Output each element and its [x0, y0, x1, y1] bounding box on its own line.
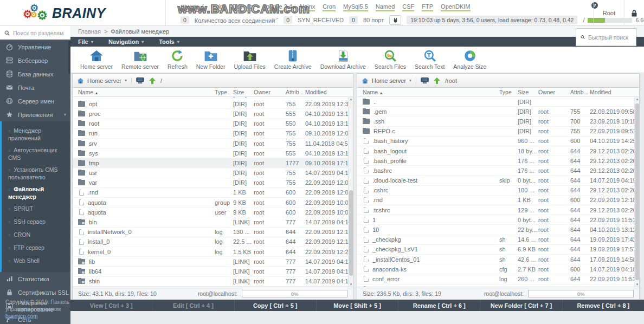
sidebar-item-statistics[interactable]: Статистика — [0, 272, 70, 286]
go-up-icon[interactable] — [149, 77, 156, 84]
sidebar-item-management[interactable]: Управление — [0, 40, 70, 54]
submenu-item[interactable]: Автоустановщик CMS — [2, 144, 70, 164]
table-row[interactable]: proc [DIR] root 555 04.10.2019 13:14... — [73, 109, 348, 119]
table-row[interactable]: _checkpkg sh 14.6 ... root 644 19.09.201… — [357, 235, 634, 245]
table-row[interactable]: var [DIR] root 755 22.09.2019 12:07... — [73, 178, 348, 188]
table-row[interactable]: .rnd 1 KB root 600 22.09.2019 12:03... — [73, 188, 348, 198]
table-row[interactable]: .bash_logout 18 by... root 644 29.12.201… — [357, 146, 634, 156]
table-row[interactable]: .. [DIR] — [357, 97, 634, 107]
submenu-item[interactable]: Установить CMS пользователю — [2, 164, 70, 183]
action-button[interactable]: Move [ Shift + 5 ] — [316, 300, 398, 311]
table-row[interactable]: _checkpkg_LsV1 sh 6.9 KB root 644 19.09.… — [357, 245, 634, 255]
table-row[interactable]: .ssh [DIR] root 700 23.09.2019 10:15... — [357, 116, 634, 126]
lock-icon[interactable] — [624, 0, 644, 26]
create-archive-button[interactable]: Create Archive — [271, 48, 315, 71]
table-row[interactable]: .bashrc 176 ... root 644 29.12.2013 02:2… — [357, 166, 634, 176]
table-row[interactable]: srv [DIR] root 755 11.04.2018 04:59... — [73, 139, 348, 148]
submenu-item[interactable]: SPRUT — [2, 203, 70, 216]
left-scrollbar[interactable]: ▲ ▼ — [348, 97, 353, 287]
sidebar-item-nameserver[interactable]: Сервер имен — [0, 94, 70, 108]
submenu-item[interactable]: Менеджер приложений — [2, 125, 70, 144]
search-files-button[interactable]: Search Files — [371, 48, 409, 71]
left-server-dropdown[interactable]: Home server ▾ — [77, 77, 132, 84]
table-row[interactable]: aquota user 9 KB root 600 22.09.2019 10:… — [73, 208, 348, 217]
table-row[interactable]: lib [LINK] root 777 14.07.2019 04:14... — [73, 257, 348, 267]
sidebar-item-mail[interactable]: Почта — [0, 81, 70, 94]
table-row[interactable]: root [DIR] root 550 04.10.2019 13:11... — [73, 119, 348, 129]
analyze-size-button[interactable]: Analyze Size — [450, 48, 490, 71]
service-link[interactable]: MySql5.5 — [343, 3, 368, 11]
table-row[interactable]: lib64 [LINK] root 777 14.07.2019 04:14..… — [73, 267, 348, 276]
breadcrumb-home[interactable]: Главная — [78, 28, 101, 35]
table-row[interactable]: .bash_profile 176 ... root 644 29.12.201… — [357, 156, 634, 166]
sidebar-item-ssl[interactable]: Сертификаты SSL — [0, 286, 70, 299]
brainycp-link[interactable]: brainycp.com — [5, 313, 37, 319]
table-row[interactable]: .bash_history 960 ... root 600 04.10.201… — [357, 137, 634, 146]
table-row[interactable]: aquota group 9 KB root 600 22.09.2019 10… — [73, 198, 348, 208]
table-row[interactable]: conf_error log 260 ... root 644 22.09.20… — [357, 274, 634, 284]
refresh-button[interactable]: Refresh — [164, 48, 191, 71]
submenu-item[interactable]: FTP сервер — [2, 242, 70, 255]
table-row[interactable]: .cloud-locale-test skip 0 byt... root 64… — [357, 176, 634, 186]
right-server-dropdown[interactable]: Home server ▾ — [362, 77, 416, 84]
left-current-path[interactable]: / — [160, 77, 162, 84]
submenu-item[interactable]: CRON — [2, 229, 70, 242]
service-link[interactable]: Named — [376, 3, 395, 11]
table-row[interactable]: _installCentos_01 sh 42.6 ... root 644 1… — [357, 255, 634, 264]
table-row[interactable]: run [DIR] root 755 09.10.2019 12:01... — [73, 129, 348, 139]
sidebar-item-database[interactable]: База данных — [0, 67, 70, 81]
table-row[interactable]: .gem [DIR] root 755 22.09.2019 09:58... — [357, 107, 634, 116]
plug-icon[interactable] — [389, 15, 401, 25]
service-link[interactable]: OpenDKIM — [441, 3, 470, 11]
table-row[interactable]: tmp [DIR] root 1777 09.10.2019 17:12... — [73, 158, 348, 168]
action-button[interactable]: Remove [ Ctrl + 8 ] — [562, 300, 644, 311]
brainy-logo[interactable]: ⚙⚙⚙⚙ BRAINY — [23, 3, 106, 23]
service-link[interactable]: CSF — [402, 3, 414, 11]
menu-navigation[interactable]: Navigation▾ — [108, 38, 144, 45]
table-row[interactable]: .rnd 1 KB root 600 22.09.2019 12:18... — [357, 196, 634, 205]
right-scrollbar[interactable]: ▲ ▼ — [634, 97, 639, 287]
table-row[interactable]: REPO.c [DIR] root 755 22.09.2019 09:51..… — [357, 127, 634, 137]
search-text-button[interactable]: Search Text — [411, 48, 448, 71]
action-button[interactable]: Rename [ Ctrl + 6 ] — [398, 300, 480, 311]
right-current-path[interactable]: /root — [445, 77, 457, 84]
sidebar-item-webserver[interactable]: Вебсервер — [0, 54, 70, 67]
table-row[interactable]: kernel_0 log 1.5 KB root 644 22.09.2019 … — [73, 247, 348, 257]
home-server-button[interactable]: Home server — [77, 48, 116, 71]
submenu-item[interactable]: Web Shell — [2, 255, 70, 268]
sidebar-search-input[interactable] — [13, 30, 65, 36]
upload-files-button[interactable]: Upload Files — [230, 48, 268, 71]
table-row[interactable]: usr [DIR] root 755 14.07.2019 04:14... — [73, 169, 348, 178]
table-row[interactable]: 1 0 byt... root 644 22.09.2019 11:51... — [357, 215, 634, 225]
table-row[interactable]: bin [LINK] root 777 14.07.2019 04:14... — [73, 217, 348, 227]
quick-search[interactable] — [576, 28, 636, 46]
action-button[interactable]: Copy [ Ctrl + 5 ] — [234, 300, 316, 311]
table-row[interactable]: opt [DIR] root 755 22.09.2019 12:31... — [73, 99, 348, 109]
service-link[interactable]: Cron — [323, 3, 336, 11]
terminal-icon[interactable] — [136, 77, 144, 83]
submenu-item[interactable]: SSH сервер — [2, 216, 70, 229]
quick-search-input[interactable] — [588, 34, 632, 41]
service-link[interactable]: FTP — [422, 3, 433, 11]
table-row[interactable]: sbin [LINK] root 777 14.07.2019 04:14... — [73, 277, 348, 287]
connections-label[interactable]: Количество всех соединений — [195, 17, 278, 24]
table-row[interactable]: sys [DIR] root 555 04.10.2019 13:14... — [73, 148, 348, 158]
table-row[interactable]: 10 22 by... root 644 04.10.2019 13:11... — [357, 225, 634, 235]
table-row[interactable]: install sh 5.3 KB root 644 22.09.2019 10… — [357, 284, 634, 287]
action-button[interactable]: New Folder [ Ctrl + 7 ] — [480, 300, 562, 311]
sidebar-search[interactable] — [0, 26, 70, 40]
menu-tools[interactable]: Tools▾ — [159, 38, 179, 45]
user-menu[interactable]: Root — [594, 0, 624, 26]
menu-file[interactable]: File▾ — [78, 38, 93, 45]
action-button[interactable]: View [ Ctrl + 3 ] — [70, 300, 152, 311]
table-row[interactable]: installNetwork_0 log 130 ... root 644 22… — [73, 228, 348, 237]
sidebar-item-applications[interactable]: Приложения ▾ — [0, 108, 70, 121]
table-row[interactable]: .tcshrc 129 ... root 644 29.12.2013 02:2… — [357, 205, 634, 215]
submenu-item[interactable]: Файловый менеджер — [2, 183, 70, 203]
table-row[interactable]: install_0 log 22.5 ... root 644 22.09.20… — [73, 237, 348, 247]
table-row[interactable]: .cshrc 100 ... root 644 29.12.2013 02:26… — [357, 186, 634, 196]
table-row[interactable]: anaconda-ks cfg 2.7 KB root 600 14.07.20… — [357, 264, 634, 274]
action-button[interactable]: Edit [ Ctrl + 4 ] — [152, 300, 234, 311]
terminal-icon[interactable] — [421, 77, 429, 83]
sidebar-scrollbar[interactable] — [68, 41, 70, 74]
